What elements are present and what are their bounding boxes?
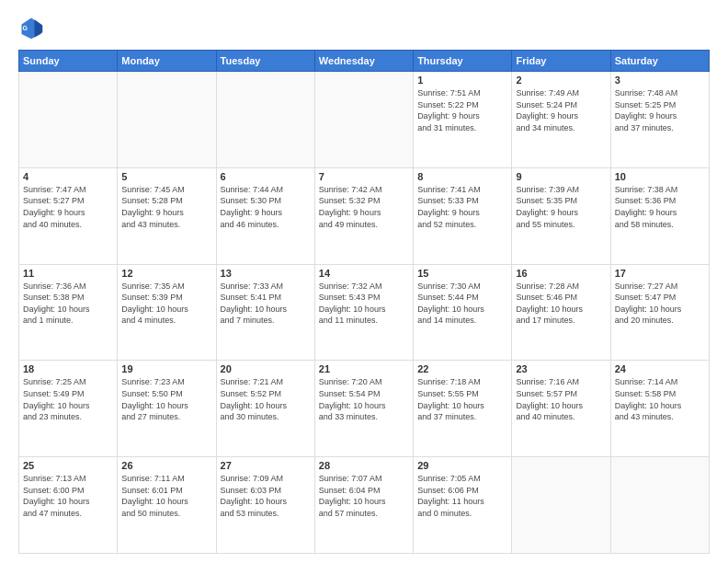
calendar-cell: 5Sunrise: 7:45 AM Sunset: 5:28 PM Daylig… (118, 167, 216, 264)
calendar-cell (118, 72, 216, 168)
day-number: 5 (121, 171, 211, 182)
day-number: 13 (221, 268, 311, 279)
calendar-cell: 17Sunrise: 7:27 AM Sunset: 5:47 PM Dayli… (610, 264, 709, 361)
day-number: 22 (417, 363, 507, 374)
day-number: 1 (417, 75, 507, 86)
day-info: Sunrise: 7:42 AM Sunset: 5:32 PM Dayligh… (319, 184, 409, 230)
day-info: Sunrise: 7:13 AM Sunset: 6:00 PM Dayligh… (23, 473, 113, 519)
calendar-cell: 6Sunrise: 7:44 AM Sunset: 5:30 PM Daylig… (216, 167, 314, 264)
day-number: 4 (23, 171, 113, 182)
day-number: 15 (417, 268, 507, 279)
calendar-header-thursday: Thursday (414, 51, 512, 72)
calendar-cell: 15Sunrise: 7:30 AM Sunset: 5:44 PM Dayli… (414, 264, 512, 361)
day-info: Sunrise: 7:05 AM Sunset: 6:06 PM Dayligh… (417, 473, 507, 519)
calendar-cell: 3Sunrise: 7:48 AM Sunset: 5:25 PM Daylig… (610, 72, 709, 168)
calendar-cell: 13Sunrise: 7:33 AM Sunset: 5:41 PM Dayli… (216, 264, 314, 361)
calendar-cell: 21Sunrise: 7:20 AM Sunset: 5:54 PM Dayli… (314, 361, 413, 457)
calendar-cell: 14Sunrise: 7:32 AM Sunset: 5:43 PM Dayli… (314, 264, 413, 361)
calendar-header-row: SundayMondayTuesdayWednesdayThursdayFrid… (19, 51, 710, 72)
day-number: 17 (615, 268, 705, 279)
day-number: 9 (516, 171, 606, 182)
day-info: Sunrise: 7:32 AM Sunset: 5:43 PM Dayligh… (319, 281, 409, 327)
day-info: Sunrise: 7:27 AM Sunset: 5:47 PM Dayligh… (615, 281, 705, 327)
day-number: 8 (417, 171, 507, 182)
calendar-cell: 23Sunrise: 7:16 AM Sunset: 5:57 PM Dayli… (512, 361, 610, 457)
day-info: Sunrise: 7:36 AM Sunset: 5:38 PM Dayligh… (23, 281, 113, 327)
day-info: Sunrise: 7:35 AM Sunset: 5:39 PM Dayligh… (121, 281, 211, 327)
day-number: 20 (221, 363, 311, 374)
logo-icon: G (18, 15, 44, 40)
day-number: 10 (615, 171, 705, 182)
day-number: 2 (516, 75, 606, 86)
day-number: 6 (221, 171, 311, 182)
day-number: 3 (615, 75, 705, 86)
calendar-cell: 12Sunrise: 7:35 AM Sunset: 5:39 PM Dayli… (118, 264, 216, 361)
day-info: Sunrise: 7:41 AM Sunset: 5:33 PM Dayligh… (417, 184, 507, 230)
day-number: 19 (121, 363, 211, 374)
calendar-cell: 9Sunrise: 7:39 AM Sunset: 5:35 PM Daylig… (512, 167, 610, 264)
calendar-cell: 2Sunrise: 7:49 AM Sunset: 5:24 PM Daylig… (512, 72, 610, 168)
day-number: 29 (417, 460, 507, 471)
calendar-cell: 18Sunrise: 7:25 AM Sunset: 5:49 PM Dayli… (19, 361, 118, 457)
header: G (18, 15, 710, 40)
day-info: Sunrise: 7:11 AM Sunset: 6:01 PM Dayligh… (121, 473, 211, 519)
day-number: 14 (319, 268, 409, 279)
day-number: 11 (23, 268, 113, 279)
day-info: Sunrise: 7:20 AM Sunset: 5:54 PM Dayligh… (319, 376, 409, 422)
day-number: 23 (516, 363, 606, 374)
calendar-cell: 24Sunrise: 7:14 AM Sunset: 5:58 PM Dayli… (610, 361, 709, 457)
day-info: Sunrise: 7:47 AM Sunset: 5:27 PM Dayligh… (23, 184, 113, 230)
calendar-cell: 1Sunrise: 7:51 AM Sunset: 5:22 PM Daylig… (414, 72, 512, 168)
calendar-header-tuesday: Tuesday (216, 51, 314, 72)
calendar-cell: 7Sunrise: 7:42 AM Sunset: 5:32 PM Daylig… (314, 167, 413, 264)
calendar-cell: 26Sunrise: 7:11 AM Sunset: 6:01 PM Dayli… (118, 457, 216, 554)
calendar-cell: 25Sunrise: 7:13 AM Sunset: 6:00 PM Dayli… (19, 457, 118, 554)
calendar-header-monday: Monday (118, 51, 216, 72)
calendar-header-saturday: Saturday (610, 51, 709, 72)
calendar-cell: 29Sunrise: 7:05 AM Sunset: 6:06 PM Dayli… (414, 457, 512, 554)
day-info: Sunrise: 7:48 AM Sunset: 5:25 PM Dayligh… (615, 87, 705, 133)
week-row-3: 11Sunrise: 7:36 AM Sunset: 5:38 PM Dayli… (19, 264, 710, 361)
day-number: 7 (319, 171, 409, 182)
day-info: Sunrise: 7:30 AM Sunset: 5:44 PM Dayligh… (417, 281, 507, 327)
week-row-1: 1Sunrise: 7:51 AM Sunset: 5:22 PM Daylig… (19, 72, 710, 168)
page: G SundayMondayTuesdayWednesdayThursdayFr… (0, 0, 728, 563)
calendar-header-wednesday: Wednesday (314, 51, 413, 72)
day-info: Sunrise: 7:21 AM Sunset: 5:52 PM Dayligh… (221, 376, 311, 422)
calendar-cell: 28Sunrise: 7:07 AM Sunset: 6:04 PM Dayli… (314, 457, 413, 554)
day-info: Sunrise: 7:25 AM Sunset: 5:49 PM Dayligh… (23, 376, 113, 422)
calendar-cell (216, 72, 314, 168)
svg-text:G: G (22, 25, 28, 31)
day-info: Sunrise: 7:16 AM Sunset: 5:57 PM Dayligh… (516, 376, 606, 422)
day-info: Sunrise: 7:39 AM Sunset: 5:35 PM Dayligh… (516, 184, 606, 230)
calendar-cell (314, 72, 413, 168)
day-info: Sunrise: 7:51 AM Sunset: 5:22 PM Dayligh… (417, 87, 507, 133)
calendar-header-sunday: Sunday (19, 51, 118, 72)
calendar-cell: 19Sunrise: 7:23 AM Sunset: 5:50 PM Dayli… (118, 361, 216, 457)
calendar-cell: 22Sunrise: 7:18 AM Sunset: 5:55 PM Dayli… (414, 361, 512, 457)
day-number: 26 (121, 460, 211, 471)
week-row-4: 18Sunrise: 7:25 AM Sunset: 5:49 PM Dayli… (19, 361, 710, 457)
day-number: 25 (23, 460, 113, 471)
calendar-cell: 8Sunrise: 7:41 AM Sunset: 5:33 PM Daylig… (414, 167, 512, 264)
day-number: 21 (319, 363, 409, 374)
day-number: 18 (23, 363, 113, 374)
day-info: Sunrise: 7:44 AM Sunset: 5:30 PM Dayligh… (221, 184, 311, 230)
day-info: Sunrise: 7:07 AM Sunset: 6:04 PM Dayligh… (319, 473, 409, 519)
calendar-header-friday: Friday (512, 51, 610, 72)
calendar-cell: 11Sunrise: 7:36 AM Sunset: 5:38 PM Dayli… (19, 264, 118, 361)
day-number: 24 (615, 363, 705, 374)
day-info: Sunrise: 7:23 AM Sunset: 5:50 PM Dayligh… (121, 376, 211, 422)
week-row-5: 25Sunrise: 7:13 AM Sunset: 6:00 PM Dayli… (19, 457, 710, 554)
svg-marker-1 (35, 19, 43, 37)
day-info: Sunrise: 7:18 AM Sunset: 5:55 PM Dayligh… (417, 376, 507, 422)
calendar-table: SundayMondayTuesdayWednesdayThursdayFrid… (18, 50, 710, 554)
day-number: 28 (319, 460, 409, 471)
day-info: Sunrise: 7:49 AM Sunset: 5:24 PM Dayligh… (516, 87, 606, 133)
week-row-2: 4Sunrise: 7:47 AM Sunset: 5:27 PM Daylig… (19, 167, 710, 264)
calendar-cell: 27Sunrise: 7:09 AM Sunset: 6:03 PM Dayli… (216, 457, 314, 554)
day-info: Sunrise: 7:14 AM Sunset: 5:58 PM Dayligh… (615, 376, 705, 422)
day-info: Sunrise: 7:33 AM Sunset: 5:41 PM Dayligh… (221, 281, 311, 327)
day-info: Sunrise: 7:28 AM Sunset: 5:46 PM Dayligh… (516, 281, 606, 327)
day-number: 16 (516, 268, 606, 279)
